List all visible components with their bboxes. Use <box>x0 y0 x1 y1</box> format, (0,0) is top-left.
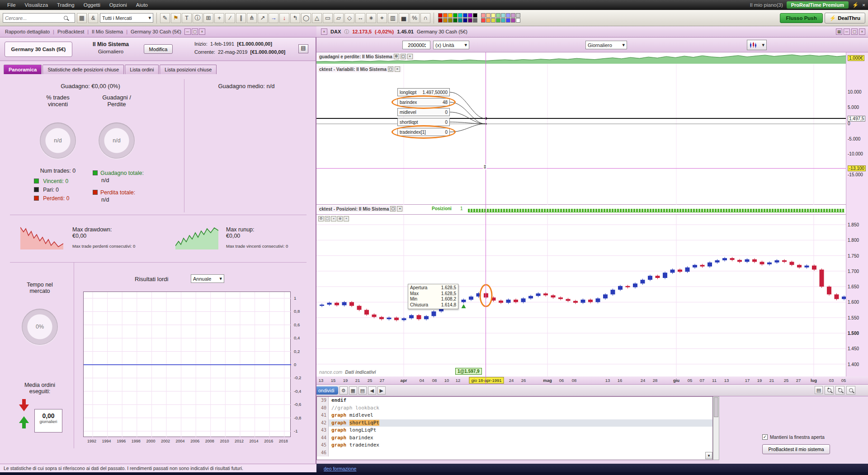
search-input[interactable] <box>5 15 64 21</box>
code-dropdown-icon[interactable]: ▾ <box>705 452 712 459</box>
parallelogram-icon[interactable]: ▱ <box>334 13 344 23</box>
price-chart[interactable] <box>316 215 846 376</box>
diamond-icon[interactable]: ◇ <box>344 13 354 23</box>
printer-icon[interactable]: ▤ <box>298 44 308 53</box>
close-icon[interactable]: × <box>862 2 865 8</box>
move-icon[interactable]: ∗ <box>366 13 376 23</box>
dealthru-button[interactable]: ⚡DealThru <box>825 13 865 24</box>
color-swatch[interactable] <box>463 18 467 23</box>
minimize-icon[interactable]: ─ <box>844 28 850 35</box>
magnet-icon[interactable]: ∩ <box>420 13 430 23</box>
instrument-selector[interactable]: Germany 30 Cash (5€) <box>5 42 72 57</box>
variable-row[interactable]: shortliqpt 0 <box>397 118 450 126</box>
target-icon[interactable]: ⊕ <box>337 216 343 221</box>
variable-row[interactable]: longliqpt 1.497,50000 <box>397 88 450 96</box>
color-swatch[interactable] <box>516 18 520 23</box>
settings-icon[interactable]: ⚙ <box>340 386 348 395</box>
market-filter-select[interactable]: Tutti i Mercati ▾ <box>100 13 153 23</box>
segment-icon[interactable]: ∕ <box>225 13 235 23</box>
color-swatch[interactable] <box>448 18 453 23</box>
maximize-icon[interactable]: ▢ <box>851 28 858 35</box>
workspace-icon[interactable]: ▦ <box>77 13 87 23</box>
close-icon[interactable]: × <box>331 216 336 221</box>
minimize-icon[interactable]: ─ <box>184 28 191 35</box>
maximize-icon[interactable]: ▢ <box>325 216 330 221</box>
pitchfork-icon[interactable]: ⋔ <box>247 13 257 23</box>
report-tab[interactable]: Lista ordini <box>125 65 159 74</box>
color-swatch[interactable] <box>473 13 477 18</box>
report-tab[interactable]: Statistiche delle posizioni chiuse <box>42 65 124 74</box>
color-swatch[interactable] <box>506 13 510 18</box>
code-line[interactable]: 40 //graph lookback <box>317 404 712 412</box>
maximize-icon[interactable]: ▢ <box>192 28 198 35</box>
menu-visualizza[interactable]: Visualizza <box>20 1 53 9</box>
close-icon[interactable]: × <box>321 28 327 35</box>
percent-icon[interactable]: % <box>410 13 420 23</box>
search-icon[interactable] <box>64 16 68 20</box>
chart-type-button[interactable]: ▾ <box>747 40 767 50</box>
crosshair-icon[interactable]: + <box>214 13 224 23</box>
color-swatch[interactable] <box>516 13 520 18</box>
share-button[interactable]: ondividi <box>316 386 338 395</box>
color-swatch[interactable] <box>491 13 495 18</box>
close-icon[interactable]: × <box>199 28 205 35</box>
code-line[interactable]: 39 endif <box>317 397 712 404</box>
menu-oggetti[interactable]: Oggetti <box>79 1 105 9</box>
report-tab[interactable]: Lista posizioni chiuse <box>160 65 217 74</box>
ellipse-icon[interactable]: ◯ <box>301 13 311 23</box>
color-swatch[interactable] <box>511 13 515 18</box>
info-icon[interactable]: ⓘ <box>193 13 203 23</box>
color-swatch[interactable] <box>506 18 510 23</box>
maximize-icon[interactable]: ▢ <box>388 66 393 72</box>
code-line[interactable]: 43 graph longLiqPt <box>317 427 712 434</box>
code-line[interactable]: 45 graph tradeindex <box>317 442 712 449</box>
alert-icon[interactable]: ⚑ <box>171 13 181 23</box>
arrow-right-icon[interactable]: → <box>269 13 278 23</box>
arrow-up-icon[interactable]: ↗ <box>258 13 268 23</box>
variable-row[interactable]: barindex 48 <box>397 98 450 106</box>
settings-icon[interactable]: ⚙ <box>318 216 324 221</box>
color-swatch[interactable] <box>438 13 443 18</box>
histogram-icon[interactable]: ▅ <box>399 13 409 23</box>
color-swatch[interactable] <box>453 13 458 18</box>
close-icon[interactable]: × <box>397 206 402 212</box>
expand-icon[interactable]: ↔ <box>355 13 365 23</box>
grid-icon[interactable]: ▦ <box>836 28 842 35</box>
quantity-field[interactable] <box>405 42 425 48</box>
keep-open-checkbox[interactable]: ✓ <box>762 434 768 440</box>
link-accounts-icon[interactable]: & <box>88 13 98 23</box>
menu-aiuto[interactable]: Aiuto <box>132 1 152 9</box>
document-tab[interactable]: Germany 30 Cash (5€) <box>128 28 184 35</box>
color-swatch[interactable] <box>486 18 491 23</box>
text-icon[interactable]: T <box>182 13 192 23</box>
color-swatch[interactable] <box>501 13 505 18</box>
color-swatch[interactable] <box>496 18 500 23</box>
maximize-icon[interactable]: ▢ <box>390 206 396 212</box>
code-line[interactable]: 42 graph shortLiqPt <box>317 419 712 427</box>
color-swatch[interactable] <box>453 18 458 23</box>
color-swatch[interactable] <box>481 13 486 18</box>
color-swatch[interactable] <box>496 13 500 18</box>
color-swatch[interactable] <box>458 18 462 23</box>
close-icon[interactable]: × <box>407 54 413 59</box>
code-line[interactable]: 46 <box>317 449 712 457</box>
color-swatch[interactable] <box>443 18 448 23</box>
chart-icon[interactable]: ▥ <box>388 13 398 23</box>
zoom-reset-icon[interactable] <box>846 386 855 395</box>
document-tab[interactable]: Rapporto dettagliato <box>3 28 52 35</box>
color-swatch[interactable] <box>511 18 515 23</box>
target-icon[interactable]: ⌖ <box>377 13 387 23</box>
parallel-lines-icon[interactable]: ∥ <box>236 13 246 23</box>
document-tab[interactable]: ProBacktest <box>55 28 86 35</box>
color-swatch[interactable] <box>468 18 472 23</box>
print-icon[interactable]: ▤ <box>815 386 823 394</box>
color-swatch[interactable] <box>438 18 443 23</box>
zoom-in-icon[interactable]: + <box>825 386 834 395</box>
variable-row[interactable]: tradeindex[1] 0 <box>397 128 450 136</box>
report-tab[interactable]: Panoramica <box>4 65 42 74</box>
prev-icon[interactable]: ◀ <box>368 386 376 395</box>
color-swatch[interactable] <box>458 13 462 18</box>
grid-window-icon[interactable]: ⊞ <box>203 13 213 23</box>
zoom-out-icon[interactable]: − <box>835 386 844 395</box>
triangle-icon[interactable]: △ <box>312 13 322 23</box>
